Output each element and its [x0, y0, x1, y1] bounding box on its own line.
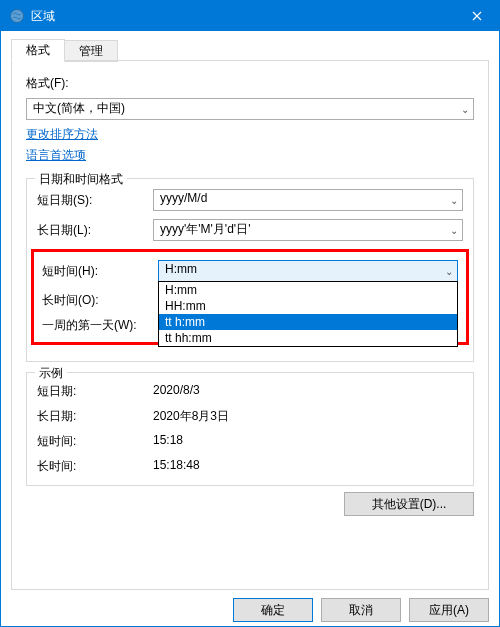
example-long-time-label: 长时间:	[37, 458, 153, 475]
ok-button[interactable]: 确定	[233, 598, 313, 622]
examples-group: 示例 短日期: 2020/8/3 长日期: 2020年8月3日 短时间: 15:…	[26, 372, 474, 486]
short-time-value: H:mm	[165, 262, 197, 276]
short-time-option[interactable]: tt hh:mm	[159, 330, 457, 346]
chevron-down-icon: ⌄	[450, 225, 458, 236]
chevron-down-icon: ⌄	[450, 195, 458, 206]
close-button[interactable]	[454, 1, 499, 31]
format-label: 格式(F):	[26, 75, 474, 92]
apply-button[interactable]: 应用(A)	[409, 598, 489, 622]
example-short-time-value: 15:18	[153, 433, 183, 450]
long-date-label: 长日期(L):	[37, 222, 153, 239]
short-date-label: 短日期(S):	[37, 192, 153, 209]
long-time-label: 长时间(O):	[42, 292, 158, 309]
example-long-date-value: 2020年8月3日	[153, 408, 229, 425]
format-select[interactable]: 中文(简体，中国) ⌄	[26, 98, 474, 120]
short-date-select[interactable]: yyyy/M/d ⌄	[153, 189, 463, 211]
example-short-time-label: 短时间:	[37, 433, 153, 450]
long-date-select[interactable]: yyyy'年'M'月'd'日' ⌄	[153, 219, 463, 241]
short-time-dropdown: H:mm HH:mm tt h:mm tt hh:mm	[158, 281, 458, 347]
titlebar: 区域	[1, 1, 499, 31]
window-title: 区域	[31, 8, 454, 25]
short-time-label: 短时间(H):	[42, 263, 158, 280]
chevron-down-icon: ⌄	[461, 104, 469, 115]
example-short-date-label: 短日期:	[37, 383, 153, 400]
cancel-button[interactable]: 取消	[321, 598, 401, 622]
dialog-buttons: 确定 取消 应用(A)	[11, 598, 489, 622]
link-sort-method[interactable]: 更改排序方法	[26, 126, 98, 143]
other-settings-button[interactable]: 其他设置(D)...	[344, 492, 474, 516]
svg-point-0	[11, 10, 24, 23]
datetime-format-group: 日期和时间格式 短日期(S): yyyy/M/d ⌄ 长日期(L): yyyy'…	[26, 178, 474, 362]
short-time-option[interactable]: HH:mm	[159, 298, 457, 314]
short-time-select[interactable]: H:mm ⌄ H:mm HH:mm tt h:mm tt hh:mm	[158, 260, 458, 282]
link-language-prefs[interactable]: 语言首选项	[26, 147, 86, 164]
short-time-option[interactable]: tt h:mm	[159, 314, 457, 330]
tab-format[interactable]: 格式	[11, 39, 65, 61]
short-date-value: yyyy/M/d	[160, 191, 207, 205]
examples-legend: 示例	[35, 365, 67, 382]
highlight-box: 短时间(H): H:mm ⌄ H:mm HH:mm tt h:mm tt hh:…	[31, 249, 469, 345]
first-day-label: 一周的第一天(W):	[42, 317, 158, 334]
example-long-date-label: 长日期:	[37, 408, 153, 425]
tab-strip: 格式 管理	[11, 39, 489, 61]
datetime-legend: 日期和时间格式	[35, 171, 127, 188]
example-long-time-value: 15:18:48	[153, 458, 200, 475]
chevron-down-icon: ⌄	[445, 266, 453, 277]
long-date-value: yyyy'年'M'月'd'日'	[160, 222, 250, 236]
example-short-date-value: 2020/8/3	[153, 383, 200, 400]
region-icon	[9, 8, 25, 24]
format-select-value: 中文(简体，中国)	[33, 101, 125, 115]
short-time-option[interactable]: H:mm	[159, 282, 457, 298]
client-area: 格式 管理 格式(F): 中文(简体，中国) ⌄ 更改排序方法 语言首选项 日期…	[1, 31, 499, 627]
tab-admin[interactable]: 管理	[64, 40, 118, 62]
tab-panel-format: 格式(F): 中文(简体，中国) ⌄ 更改排序方法 语言首选项 日期和时间格式 …	[11, 60, 489, 590]
